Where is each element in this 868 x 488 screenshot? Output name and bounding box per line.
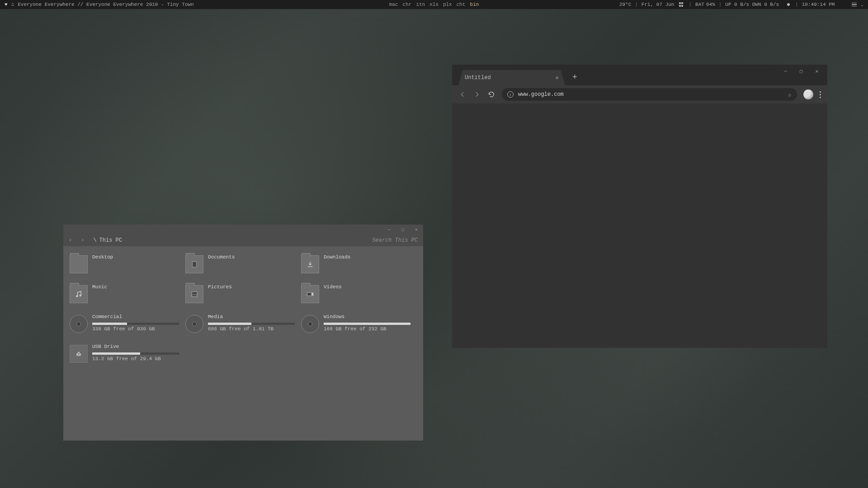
drive-free-text: 338 GB free of 930 GB [92,326,179,332]
usage-bar [324,323,410,325]
status-dot-icon[interactable] [787,3,790,6]
usage-bar [208,323,295,325]
download-icon [306,260,314,268]
drive-windows[interactable]: Windows 168 GB free of 232 GB [301,314,417,341]
tab-close-icon[interactable]: ✕ [555,74,559,81]
grid-icon[interactable] [679,2,684,7]
workspace-chr[interactable]: chr [402,0,411,9]
url-text: www.google.com [518,91,564,98]
tab-title: Untitled [465,75,491,81]
minimize-button[interactable]: — [387,227,392,232]
workspace-itn[interactable]: itn [416,0,425,9]
svg-rect-0 [193,262,197,267]
drive-free-text: 686 GB free of 1.81 TB [208,326,295,332]
video-icon [306,290,314,298]
browser-window: — ▢ ✕ Untitled ✕ + i www.google.com ☆ [452,65,827,348]
document-icon [190,260,198,268]
browser-viewport[interactable] [452,103,827,348]
breadcrumb-location[interactable]: This PC [99,237,122,244]
close-button[interactable]: ✕ [414,227,419,232]
folder-icon [185,285,203,303]
nav-back-icon[interactable] [458,90,467,99]
maximize-button[interactable]: ▢ [800,68,803,74]
drive-label: USB Drive [92,344,179,349]
folder-icon [70,255,88,273]
workspace-xls[interactable]: xls [429,0,439,9]
folder-icon [301,255,319,273]
close-button[interactable]: ✕ [815,68,818,74]
svg-rect-4 [307,292,311,296]
drive-free-text: 13.2 GB free of 29.4 GB [92,356,179,361]
path-separator-icon: \ [93,237,96,244]
folder-label: Pictures [208,284,232,290]
music-note-icon: ♫ [11,0,14,9]
browser-window-controls: — ▢ ✕ [784,65,827,77]
taskbar: ♥ ♫ Everyone Everywhere // Everyone Ever… [0,0,868,9]
folder-label: Downloads [324,254,350,260]
workspace-bin[interactable]: bin [470,0,479,9]
disk-icon [70,315,88,333]
browser-toolbar: i www.google.com ☆ [452,85,827,103]
clock: 10:49:14 PM [802,0,835,9]
drive-commercial[interactable]: Commercial 338 GB free of 930 GB [70,314,185,341]
kebab-menu-icon[interactable] [820,91,821,98]
separator: | [719,0,722,9]
workspace-plx[interactable]: plx [443,0,452,9]
fm-navbar: ‹ › \ This PC Search This PC [63,235,423,246]
workspace-cht[interactable]: cht [457,0,466,9]
fm-titlebar[interactable]: — ▢ ✕ [63,225,423,235]
folder-label: Videos [324,284,342,290]
folder-downloads[interactable]: Downloads [301,254,417,282]
drive-usb[interactable]: USB Drive 13.2 GB free of 29.4 GB [70,344,185,371]
battery-label: BAT [695,0,704,9]
separator: | [689,0,692,9]
svg-point-2 [80,295,81,296]
site-info-icon[interactable]: i [507,91,514,98]
now-playing[interactable]: Everyone Everywhere // Everyone Everywhe… [18,0,193,9]
chevron-down-icon[interactable]: ⌄ [860,0,863,9]
drive-label: Commercial [92,314,179,319]
nav-back-icon[interactable]: ‹ [69,237,72,244]
folder-videos[interactable]: Videos [301,284,417,311]
heart-icon[interactable]: ♥ [5,0,8,9]
separator: | [635,0,638,9]
folder-icon [301,285,319,303]
search-input[interactable]: Search This PC [372,237,418,244]
disk-icon [301,315,319,333]
new-tab-button[interactable]: + [572,73,577,82]
workspace-switcher: mac chr itn xls plx cht bin [389,0,479,9]
date: Fri, 07 Jun [642,0,675,9]
folder-documents[interactable]: Documents [185,254,301,282]
folder-music[interactable]: Music [70,284,185,311]
folder-desktop[interactable]: Desktop [70,254,185,282]
folder-icon [70,285,88,303]
svg-point-1 [76,296,78,297]
drive-free-text: 168 GB free of 232 GB [324,326,410,332]
workspace-mac[interactable]: mac [389,0,398,9]
bookmark-star-icon[interactable]: ☆ [788,91,792,99]
drive-label: Media [208,314,295,319]
folder-icon [185,255,203,273]
usage-bar [92,323,179,325]
usage-bar [92,352,179,355]
music-icon [75,290,83,298]
address-bar[interactable]: i www.google.com ☆ [502,88,797,101]
battery-value: 64% [706,0,715,9]
file-manager-window: — ▢ ✕ ‹ › \ This PC Search This PC Deskt… [63,225,423,441]
status-area: 29°C | Fri, 07 Jun | BAT 64% | UP 0 B/s … [619,0,863,9]
nav-forward-icon[interactable]: › [81,237,84,244]
tab-untitled[interactable]: Untitled ✕ [458,70,565,85]
usb-eject-icon [70,345,88,363]
reload-icon[interactable] [487,90,495,99]
hamburger-icon[interactable] [852,3,857,7]
profile-avatar[interactable] [803,89,813,99]
temperature: 29°C [619,0,631,9]
folder-label: Documents [208,254,235,260]
drive-label: Windows [324,314,410,319]
drive-media[interactable]: Media 686 GB free of 1.81 TB [185,314,301,341]
folder-pictures[interactable]: Pictures [185,284,301,311]
minimize-button[interactable]: — [784,68,787,74]
nav-forward-icon[interactable] [473,90,481,99]
svg-rect-3 [192,292,197,297]
maximize-button[interactable]: ▢ [401,227,405,232]
